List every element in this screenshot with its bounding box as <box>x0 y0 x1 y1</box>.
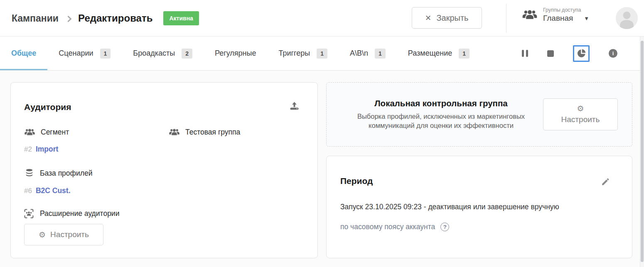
segment-row: Сегмент <box>24 127 69 137</box>
help-glyph: ? <box>443 224 447 230</box>
profile-db-link[interactable]: B2C Cust. <box>36 186 71 195</box>
vertical-scrollbar-thumb[interactable] <box>641 41 644 262</box>
chevron-right-icon <box>65 15 72 22</box>
segment-link[interactable]: Import <box>36 145 58 154</box>
control-group-description: Выборка профилей, исключенных из маркети… <box>348 112 535 130</box>
tab-placement-count: 1 <box>459 49 469 59</box>
test-group-row: Тестовая группа <box>169 127 240 137</box>
control-group-configure-label: Настроить <box>561 115 600 124</box>
period-card: Период Запуск 23.10.2025 09:23 - деактив… <box>326 156 632 258</box>
info-icon[interactable]: i <box>609 49 617 58</box>
tab-scenarios[interactable]: Сценарии 1 <box>47 37 122 70</box>
edit-pencil-icon[interactable] <box>601 177 610 188</box>
period-title: Период <box>340 176 373 186</box>
close-button[interactable]: × Закрыть <box>412 7 482 29</box>
test-group-label: Тестовая группа <box>185 128 240 137</box>
tab-abn-count: 1 <box>375 49 386 59</box>
vertical-scrollbar-track[interactable] <box>640 37 644 267</box>
tab-regular[interactable]: Регулярные <box>204 37 268 70</box>
status-badge: Активна <box>163 11 199 25</box>
access-groups-value: Главная <box>543 14 573 23</box>
avatar[interactable] <box>616 7 638 29</box>
segment-link-row: #2 Import <box>24 145 58 154</box>
tab-regular-label: Регулярные <box>215 49 256 58</box>
tab-general[interactable]: Общее <box>0 37 47 70</box>
statistics-button-selected[interactable] <box>573 45 590 62</box>
page-title: Редактировать <box>78 12 152 24</box>
period-timezone-row: по часовому поясу аккаунта ? <box>340 223 449 231</box>
tab-bar: Общее Сценарии 1 Броадкасты 2 Регулярные… <box>0 37 644 71</box>
audience-configure-label: Настроить <box>50 230 89 239</box>
users-group-icon <box>24 127 35 137</box>
breadcrumb: Кампании Редактировать Активна <box>12 0 199 37</box>
gear-icon: ⚙ <box>39 231 46 239</box>
database-icon <box>24 168 34 179</box>
audience-configure-button[interactable]: ⚙ Настроить <box>24 224 103 245</box>
audience-title: Аудитория <box>24 102 71 112</box>
tab-general-label: Общее <box>11 49 36 58</box>
profile-db-label: База профилей <box>40 169 92 178</box>
audience-expansion-label: Расширение аудитории <box>40 209 119 218</box>
profile-db-ref: #6 <box>24 187 32 195</box>
close-icon: × <box>425 13 431 23</box>
timezone-note: по часовому поясу аккаунта <box>340 223 435 231</box>
close-button-label: Закрыть <box>436 13 468 23</box>
tab-scenarios-count: 1 <box>100 49 111 59</box>
gear-icon: ⚙ <box>577 105 584 113</box>
breadcrumb-campaigns[interactable]: Кампании <box>12 13 59 24</box>
info-glyph: i <box>612 50 614 56</box>
profile-db-row: База профилей <box>24 168 92 179</box>
tab-scenarios-label: Сценарии <box>59 49 93 58</box>
profile-db-link-row: #6 B2C Cust. <box>24 186 71 195</box>
tab-placement-label: Размещение <box>408 49 452 58</box>
segment-ref: #2 <box>24 145 32 154</box>
access-groups-text: Группы доступа Главная ▼ <box>543 7 589 23</box>
tab-triggers-count: 1 <box>317 49 327 59</box>
period-schedule: Запуск 23.10.2025 09:23 - деактивация ил… <box>340 203 559 211</box>
control-group-title: Локальная контрольная группа <box>347 98 535 108</box>
caret-down-icon: ▼ <box>584 15 589 22</box>
control-group-configure-button[interactable]: ⚙ Настроить <box>543 98 618 130</box>
access-groups-dropdown[interactable]: Группы доступа Главная ▼ <box>522 7 589 23</box>
header: Кампании Редактировать Активна × Закрыть… <box>0 0 644 37</box>
stop-icon[interactable] <box>547 50 554 57</box>
control-group-card: Локальная контрольная группа Выборка про… <box>326 82 632 147</box>
tab-broadcasts-label: Броадкасты <box>133 49 175 58</box>
tab-abn-label: A\B\n <box>350 49 368 58</box>
content-area: Аудитория Сегмент <box>0 71 644 267</box>
pause-icon[interactable] <box>522 50 528 57</box>
tab-triggers-label: Триггеры <box>278 49 310 58</box>
header-divider <box>506 4 506 33</box>
campaign-action-icons: i <box>522 37 617 70</box>
segment-label: Сегмент <box>41 128 69 137</box>
control-group-text: Локальная контрольная группа Выборка про… <box>327 98 543 130</box>
pie-chart-icon <box>576 48 587 59</box>
upload-icon[interactable] <box>289 101 300 114</box>
users-group-icon <box>522 8 538 22</box>
tab-abn[interactable]: A\B\n 1 <box>339 37 397 70</box>
audience-expansion-icon <box>23 208 34 219</box>
tab-broadcasts[interactable]: Броадкасты 2 <box>122 37 204 70</box>
audience-expansion-row: Расширение аудитории <box>23 208 119 219</box>
tab-broadcasts-count: 2 <box>182 49 192 59</box>
access-groups-label: Группы доступа <box>543 7 589 13</box>
help-question-icon[interactable]: ? <box>440 223 449 231</box>
users-group-icon <box>169 127 180 137</box>
audience-card: Аудитория Сегмент <box>10 82 318 258</box>
person-silhouette-icon <box>616 7 638 29</box>
tab-triggers[interactable]: Триггеры 1 <box>267 37 339 70</box>
tab-placement[interactable]: Размещение 1 <box>397 37 481 70</box>
